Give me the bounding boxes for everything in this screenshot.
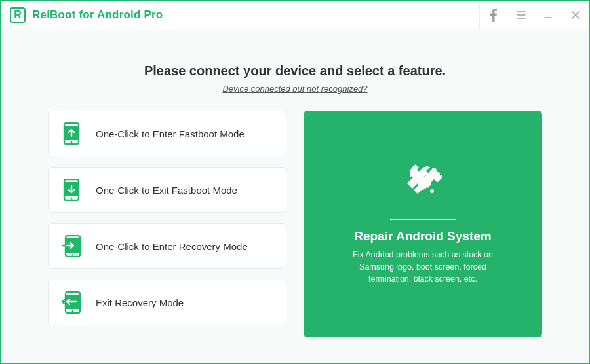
menu-button[interactable] [507, 1, 534, 29]
facebook-button[interactable] [479, 1, 507, 29]
close-icon [570, 10, 581, 20]
phone-up-arrow-icon [62, 124, 81, 143]
enter-fastboot-button[interactable]: One-Click to Enter Fastboot Mode [48, 111, 286, 156]
close-button[interactable] [562, 1, 589, 29]
repair-desc: Fix Andriod problems such as stuck on Sa… [338, 249, 508, 285]
svg-point-8 [72, 254, 74, 256]
facebook-icon [490, 9, 498, 22]
tools-icon [401, 162, 445, 206]
svg-point-12 [430, 189, 434, 193]
phone-out-arrow-icon [62, 293, 81, 312]
phone-down-arrow-icon [62, 180, 81, 200]
option-label: One-Click to Enter Recovery Mode [96, 241, 248, 252]
minimize-icon [543, 10, 553, 20]
option-label: One-Click to Exit Fastboot Mode [96, 185, 237, 196]
option-label: One-Click to Enter Fastboot Mode [96, 128, 245, 139]
phone-in-arrow-icon [62, 236, 81, 256]
app-title: ReiBoot for Android Pro [32, 9, 163, 22]
menu-icon [516, 10, 526, 20]
svg-point-2 [71, 141, 73, 143]
option-label: Exit Recovery Mode [96, 297, 184, 308]
enter-recovery-button[interactable]: One-Click to Enter Recovery Mode [48, 223, 286, 269]
feature-grid: One-Click to Enter Fastboot Mode One-Cli… [48, 111, 542, 337]
options-column: One-Click to Enter Fastboot Mode One-Cli… [48, 111, 286, 337]
page-title: Please connect your device and select a … [48, 64, 542, 79]
exit-fastboot-button[interactable]: One-Click to Exit Fastboot Mode [48, 167, 286, 213]
app-logo-glyph: R [14, 10, 22, 20]
repair-column: Repair Android System Fix Andriod proble… [304, 111, 542, 337]
exit-recovery-button[interactable]: Exit Recovery Mode [48, 280, 286, 325]
svg-point-5 [71, 198, 73, 200]
minimize-button[interactable] [534, 1, 562, 29]
titlebar: R ReiBoot for Android Pro [1, 1, 589, 29]
repair-title: Repair Android System [354, 229, 491, 244]
divider [390, 219, 456, 220]
repair-system-button[interactable]: Repair Android System Fix Andriod proble… [304, 111, 542, 337]
app-logo: R [10, 7, 26, 23]
main-content: Please connect your device and select a … [1, 29, 589, 363]
svg-point-11 [72, 310, 74, 312]
help-link[interactable]: Device connected but not recognized? [48, 84, 542, 94]
